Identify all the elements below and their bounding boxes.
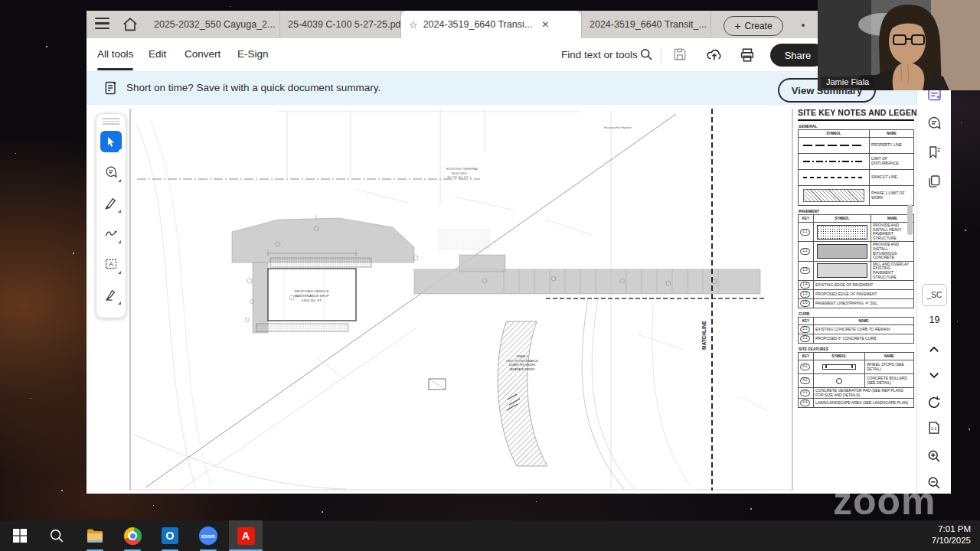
legend-curb-table: KEYNAME 2.1EXISTING CONCRETE CURB TO REM… <box>798 317 914 344</box>
windows-taskbar: O zoom A 7:01 PM 7/10/2025 <box>0 520 980 551</box>
outlook-icon[interactable]: O <box>153 520 187 551</box>
page-count: 19 <box>917 315 952 325</box>
svg-text:1:1: 1:1 <box>931 426 937 431</box>
acrobat-icon[interactable]: A <box>229 520 263 551</box>
menu-esign[interactable]: E-Sign <box>237 48 269 60</box>
tab-3-active[interactable]: ☆ 2024-3519_6640 Transi... ✕ <box>401 11 581 38</box>
matchline-label: MATCHLINE <box>701 321 707 350</box>
phase-label-1: PHASE 2 <box>516 355 528 358</box>
tab-overflow-icon[interactable] <box>802 24 805 27</box>
tab-1[interactable]: 2025-2032_550 Cayuga_2... <box>146 11 280 38</box>
fit-page-icon[interactable]: 1:1 <box>926 419 942 436</box>
bookmarks-panel-icon[interactable] <box>926 144 942 161</box>
rotate-page-icon[interactable] <box>926 394 942 411</box>
select-tool-button[interactable] <box>100 131 122 152</box>
cloud-upload-icon[interactable] <box>706 47 723 67</box>
zoom-watermark: zoom <box>833 482 936 520</box>
legend-title: SITE KEY NOTES AND LEGEND <box>798 108 914 121</box>
site-plan-drawing: PROPOSED VEHICLE MAINTENANCE SHOP 4,800 … <box>87 105 916 494</box>
save-icon[interactable] <box>672 47 688 65</box>
tab-3-label: 2024-3519_6640 Transi... <box>423 19 532 30</box>
toolbar-drag-handle[interactable] <box>103 118 119 126</box>
tab-4-label: 2024-3519_6640 Transit_... <box>590 19 707 30</box>
legend-section-pavement: PAVEMENT <box>799 209 914 214</box>
summary-banner: Short on time? Save it with a quick docu… <box>87 72 916 105</box>
vertical-scrollbar-thumb[interactable] <box>907 204 913 235</box>
tab-2[interactable]: 25-4039 C-100 5-27-25.pdf <box>280 11 401 38</box>
tab-4[interactable]: 2024-3519_6640 Transit_... <box>581 11 711 38</box>
comments-panel-icon[interactable] <box>926 115 942 132</box>
comment-tool-button[interactable] <box>100 161 122 183</box>
shop-label-3: 4,800 SQ. FT. <box>301 298 322 302</box>
menu-edit[interactable]: Edit <box>149 48 166 60</box>
start-button[interactable] <box>3 520 37 551</box>
star-icon[interactable]: ☆ <box>409 19 418 31</box>
draw-tool-button[interactable] <box>100 223 122 244</box>
tab-2-label: 25-4039 C-100 5-27-25.pdf <box>288 19 401 30</box>
chrome-icon[interactable] <box>116 520 149 551</box>
banner-message: Short on time? Save it with a quick docu… <box>126 82 381 93</box>
find-text-label[interactable]: Find text or tools <box>561 49 638 60</box>
search-icon[interactable] <box>639 47 654 65</box>
active-menu-underline <box>97 68 133 70</box>
add-text-tool-button[interactable]: A <box>100 253 122 275</box>
page-label-box[interactable]: _SC <box>922 284 947 306</box>
file-explorer-icon[interactable] <box>78 520 112 551</box>
legend-section-general: GENERAL <box>799 124 914 129</box>
phase-label-3: SUBMITTED UNDER <box>509 364 536 367</box>
highlight-tool-button[interactable] <box>100 192 122 214</box>
tab-close-icon[interactable]: ✕ <box>541 19 549 30</box>
zoom-in-icon[interactable] <box>926 448 942 465</box>
tab-1-label: 2025-2032_550 Cayuga_2... <box>154 19 275 30</box>
participant-name: Jamie Fiala <box>821 77 874 88</box>
legend-panel: SITE KEY NOTES AND LEGEND GENERAL SYMBOL… <box>798 108 914 408</box>
svg-text:A: A <box>109 261 113 268</box>
zoom-app-icon[interactable]: zoom <box>191 520 225 551</box>
page-thumbnails-icon[interactable] <box>926 173 942 190</box>
phase-label-4: SEPARATE PERMIT <box>509 368 535 371</box>
clock-time: 7:01 PM <box>932 523 971 535</box>
menu-convert[interactable]: Convert <box>185 48 220 60</box>
print-icon[interactable] <box>739 47 756 67</box>
taskbar-clock[interactable]: 7:01 PM 7/10/2025 <box>932 523 971 546</box>
plus-icon: + <box>734 20 740 32</box>
legend-section-site-features: SITE FEATURES <box>799 347 914 351</box>
quick-tools-toolbar: A <box>96 113 126 318</box>
terminal-label-3: 26,734 SQ. FT. ± <box>447 175 472 179</box>
legend-general-table: SYMBOLNAME PROPERTY LINE LIMIT OF DISTUR… <box>798 129 914 206</box>
hamburger-menu-icon[interactable] <box>95 18 109 31</box>
legend-section-curb: CURB <box>799 311 914 316</box>
legend-site-features-table: KEYSYMBOLNAME 4.1WHEEL STOPS (SEE DETAIL… <box>798 352 914 408</box>
create-button[interactable]: + Create <box>724 16 783 36</box>
sign-tool-button[interactable] <box>100 284 122 305</box>
fire-hydrant-label: Existing Fire Hydrant <box>604 126 632 129</box>
right-rail: _SC 19 1:1 <box>916 72 951 494</box>
next-page-icon[interactable] <box>926 367 942 383</box>
terminal-label-2: BUILDING <box>452 171 467 175</box>
taskbar-search-icon[interactable] <box>40 520 74 551</box>
create-label: Create <box>745 21 773 31</box>
shop-label-1: PROPOSED VEHICLE <box>295 289 329 293</box>
previous-page-icon[interactable] <box>926 341 942 358</box>
legend-pavement-table: KEYSYMBOLNAME 1.1PROVIDE AND INSTALL HEA… <box>798 214 914 308</box>
webcam-video: Jamie Fiala <box>818 0 980 90</box>
terminal-label-1: EXISTING TERMINAL <box>446 167 479 171</box>
toolbar-divider <box>661 47 662 63</box>
menu-all-tools[interactable]: All tools <box>97 48 133 60</box>
phase-label-2: LIMIT OF DISTURBANCE <box>506 360 538 363</box>
clock-date: 7/10/2025 <box>932 535 971 546</box>
home-icon[interactable] <box>122 16 139 36</box>
shop-label-2: MAINTENANCE SHOP <box>294 294 329 298</box>
pdf-document-area: PROPOSED VEHICLE MAINTENANCE SHOP 4,800 … <box>87 105 916 494</box>
document-summary-icon <box>103 80 119 99</box>
